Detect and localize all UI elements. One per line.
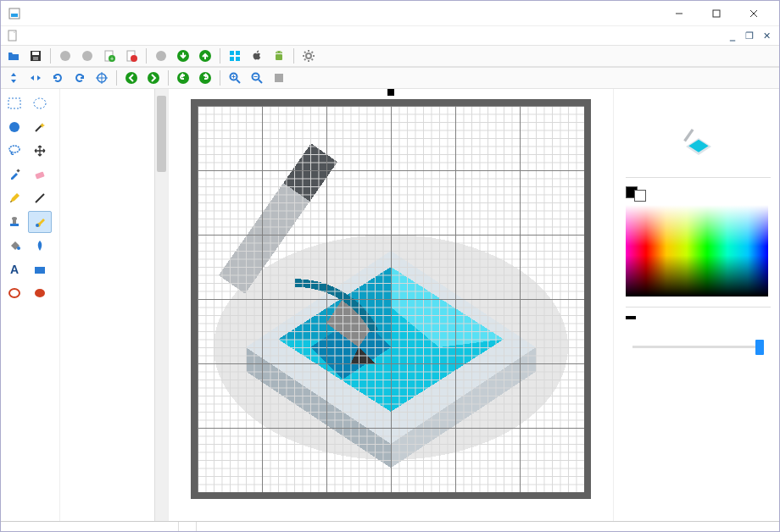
color-picker[interactable] <box>626 205 768 296</box>
pixel-canvas[interactable] <box>191 99 591 499</box>
android-icon[interactable] <box>270 47 288 65</box>
svg-rect-1 <box>11 14 18 17</box>
tool-gradient[interactable] <box>28 235 52 257</box>
tool-bucket[interactable] <box>3 235 26 257</box>
add-size-button[interactable]: + <box>100 47 119 65</box>
flip-horizontal-button[interactable] <box>26 69 45 87</box>
svg-point-11 <box>60 51 70 61</box>
redo-button[interactable] <box>196 69 214 87</box>
zoom-fit-button[interactable] <box>270 69 288 87</box>
save-button[interactable] <box>26 47 45 65</box>
undo-button[interactable] <box>174 69 192 87</box>
crosshair-button[interactable] <box>92 69 111 87</box>
menu-effects[interactable] <box>101 34 114 37</box>
zoom-in-button[interactable] <box>226 69 244 87</box>
tool-eraser[interactable] <box>28 163 52 186</box>
mdi-controls: ‗ ❐ ✕ <box>725 29 774 42</box>
window-close-button[interactable] <box>735 2 772 25</box>
svg-point-41 <box>148 72 159 84</box>
tool-select-ellipse[interactable] <box>28 92 52 114</box>
tool-ellipse-fill[interactable] <box>28 282 52 304</box>
tool-line[interactable] <box>28 187 52 209</box>
menu-image[interactable] <box>70 34 84 37</box>
svg-rect-25 <box>276 54 282 60</box>
menubar: ‗ ❐ ✕ <box>1 26 779 45</box>
tool-stamp[interactable] <box>3 211 26 233</box>
fg-bg-swatches[interactable] <box>626 186 651 198</box>
open-button[interactable] <box>4 47 23 65</box>
export-up-button[interactable] <box>196 47 214 65</box>
window-minimize-button[interactable] <box>660 2 698 25</box>
menu-window[interactable] <box>131 34 145 37</box>
tool-wand[interactable] <box>28 116 52 138</box>
canvas-top-handle[interactable] <box>387 89 394 96</box>
svg-point-28 <box>306 53 311 58</box>
tool-crop[interactable] <box>28 258 52 280</box>
svg-line-35 <box>304 59 306 61</box>
tool-select-rect[interactable] <box>3 92 26 114</box>
export-down-button[interactable] <box>174 47 192 65</box>
windows-icon[interactable] <box>226 47 244 65</box>
opacity-slider[interactable] <box>632 338 764 355</box>
svg-rect-24 <box>236 57 240 61</box>
svg-rect-10 <box>33 57 38 60</box>
svg-line-34 <box>312 59 314 61</box>
svg-rect-23 <box>230 57 234 61</box>
menu-batch[interactable] <box>116 34 130 37</box>
settings-button[interactable] <box>299 47 318 65</box>
menu-view[interactable] <box>55 34 69 37</box>
svg-point-66 <box>9 289 20 297</box>
flip-vertical-button[interactable] <box>4 69 23 87</box>
svg-rect-59 <box>10 224 19 226</box>
tool-brush[interactable] <box>28 211 52 233</box>
svg-point-26 <box>276 52 277 53</box>
svg-text:+: + <box>110 56 114 62</box>
status-coords <box>179 522 197 532</box>
svg-point-18 <box>156 51 166 61</box>
toolbox: A <box>1 89 60 521</box>
size-list-panel <box>60 89 169 521</box>
hex-dark <box>626 316 636 319</box>
status-ready <box>1 522 179 532</box>
svg-point-27 <box>280 52 281 53</box>
rotate-ccw-button[interactable] <box>48 69 67 87</box>
window-titlebar <box>1 1 779 26</box>
tool-rect-outline[interactable] <box>3 282 26 304</box>
tool-lasso[interactable] <box>3 140 26 162</box>
rotate-cw-button[interactable] <box>70 69 89 87</box>
remove-size-button[interactable] <box>122 47 141 65</box>
background-swatch[interactable] <box>634 190 646 202</box>
svg-point-53 <box>34 98 46 108</box>
menu-edit[interactable] <box>40 34 53 37</box>
tool-text[interactable]: A <box>3 258 26 280</box>
mdi-close-button[interactable]: ✕ <box>759 29 774 42</box>
size-list-scrollbar[interactable] <box>154 89 168 521</box>
mdi-minimize-button[interactable]: ‗ <box>725 29 740 42</box>
menu-help[interactable] <box>147 34 160 37</box>
new-doc-icon[interactable] <box>6 29 20 42</box>
menu-tools[interactable] <box>86 34 99 37</box>
nav-prev-button[interactable] <box>122 69 141 87</box>
svg-rect-3 <box>713 10 720 17</box>
nav-next-button[interactable] <box>144 69 163 87</box>
svg-rect-9 <box>32 52 39 55</box>
zoom-out-button[interactable] <box>248 69 266 87</box>
svg-point-12 <box>82 51 92 61</box>
svg-point-63 <box>17 247 20 250</box>
svg-point-61 <box>12 217 17 220</box>
main-area: A <box>1 89 779 521</box>
toolbar-main: + <box>1 45 779 67</box>
svg-rect-57 <box>35 171 44 179</box>
tool-move[interactable] <box>28 140 52 162</box>
apple-icon[interactable] <box>248 47 266 65</box>
mdi-restore-button[interactable]: ❐ <box>742 29 757 42</box>
svg-point-17 <box>131 55 137 62</box>
tool-eyedropper[interactable] <box>3 163 26 186</box>
svg-point-40 <box>125 72 137 84</box>
window-maximize-button[interactable] <box>698 2 735 25</box>
menu-file[interactable] <box>25 34 38 37</box>
tool-select-free[interactable] <box>3 116 26 138</box>
app-icon <box>8 7 21 20</box>
tool-pencil[interactable] <box>3 187 26 209</box>
hex-light <box>646 316 656 319</box>
